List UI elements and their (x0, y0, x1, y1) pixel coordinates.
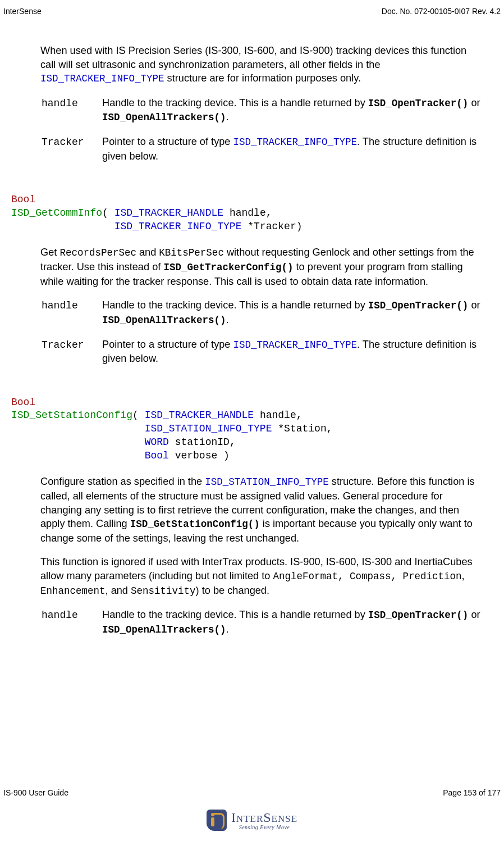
text: Handle to the tracking device. This is a… (102, 97, 368, 108)
page-body: When used with IS Precision Series (IS-3… (0, 16, 504, 637)
param-handle: handle Handle to the tracking device. Th… (42, 608, 480, 637)
code-token: ISD_TRACKER_INFO_TYPE (233, 137, 358, 148)
param-tracker: Tracker Pointer to a structure of type I… (42, 338, 480, 366)
type-token: ISD_TRACKER_HANDLE (114, 207, 223, 219)
param-tracker: Tracker Pointer to a structure of type I… (42, 135, 480, 163)
text: . (226, 111, 229, 122)
page: InterSense Doc. No. 072-00105-0I07 Rev. … (0, 0, 504, 841)
text: *Tracker) (241, 221, 302, 232)
header-left: InterSense (3, 7, 42, 16)
param-handle: handle Handle to the tracking device. Th… (42, 298, 480, 327)
code-token: ISD_STATION_INFO_TYPE (205, 476, 329, 488)
return-type: Bool (11, 397, 35, 408)
pad (11, 437, 145, 448)
code-token: ISD_TRACKER_INFO_TYPE (40, 73, 164, 84)
func-signature-getcomminfo: Bool ISD_GetCommInfo( ISD_TRACKER_HANDLE… (11, 193, 480, 233)
text: Handle to the tracking device. This is a… (102, 609, 368, 620)
code-token: ISD_GetTrackerConfig() (163, 262, 293, 273)
param-desc: Handle to the tracking device. This is a… (102, 608, 480, 637)
return-type: Bool (11, 194, 35, 205)
param-name: handle (42, 96, 102, 125)
footer-right: Page 153 of 177 (443, 788, 501, 797)
param-desc: Pointer to a structure of type ISD_TRACK… (102, 338, 480, 366)
code-token: KBitsPerSec (159, 247, 224, 258)
text: . (226, 314, 229, 325)
type-token: ISD_TRACKER_INFO_TYPE (114, 221, 242, 232)
logo-name: InterSense (231, 811, 297, 824)
logo-icon (207, 810, 227, 831)
type-token: ISD_TRACKER_HANDLE (145, 410, 254, 421)
text: and (136, 247, 159, 258)
text: or (468, 299, 480, 311)
code-token: Enhancement (40, 585, 106, 597)
param-name: handle (42, 608, 102, 637)
text: ( (132, 410, 145, 421)
header-right: Doc. No. 072-00105-0I07 Rev. 4.2 (382, 7, 501, 16)
param-desc: Handle to the tracking device. This is a… (102, 96, 480, 125)
text: ) to be changed. (196, 585, 269, 596)
text: *Station, (272, 423, 332, 434)
text: Pointer to a structure of type (102, 339, 233, 350)
text: or (468, 97, 480, 108)
code-token: AngleFormat, Compass, Prediction (273, 571, 461, 582)
type-token: ISD_STATION_INFO_TYPE (145, 423, 272, 434)
param-name: Tracker (42, 338, 102, 366)
text: Handle to the tracking device. This is a… (102, 299, 368, 311)
type-token: WORD (145, 437, 169, 448)
section-2: Get RecordsPerSec and KBitsPerSec withou… (40, 246, 480, 365)
func-name: ISD_SetStationConfig (11, 410, 132, 421)
text: verbose ) (169, 450, 230, 461)
text: Get (40, 247, 59, 258)
text: ( (102, 207, 114, 219)
code-token: RecordsPerSec (59, 247, 136, 258)
text: Configure station as specified in the (40, 476, 205, 487)
text: , (462, 570, 465, 581)
pad (11, 450, 145, 461)
text: handle, (223, 207, 272, 219)
code-token: ISD_OpenAllTrackers() (102, 112, 226, 123)
text: handle, (254, 410, 302, 421)
param-name: Tracker (42, 135, 102, 163)
func-name: ISD_GetCommInfo (11, 207, 102, 219)
s1-text-a: When used with IS Precision Series (IS-3… (40, 45, 466, 70)
footer-left: IS-900 User Guide (3, 788, 68, 797)
paragraph: This function is ignored if used with In… (40, 555, 480, 598)
code-token: ISD_OpenTracker() (368, 610, 469, 621)
code-token: ISD_OpenTracker() (368, 300, 469, 311)
code-token: ISD_OpenAllTrackers() (102, 315, 226, 326)
pad (11, 221, 114, 232)
code-token: ISD_OpenAllTrackers() (102, 624, 226, 635)
section-3: Configure station as specified in the IS… (40, 475, 480, 637)
text: , and (106, 585, 131, 596)
param-name: handle (42, 298, 102, 327)
s1-text-b: structure are for information purposes o… (164, 72, 361, 84)
code-token: Sensitivity (131, 585, 196, 597)
param-desc: Handle to the tracking device. This is a… (102, 298, 480, 327)
type-token: Bool (145, 450, 169, 461)
logo-tagline: Sensing Every Move (231, 825, 297, 830)
param-handle: handle Handle to the tracking device. Th… (42, 96, 480, 125)
text: . (226, 624, 229, 635)
section-1: When used with IS Precision Series (IS-3… (40, 44, 480, 163)
text: Pointer to a structure of type (102, 136, 233, 147)
logo-text: InterSense Sensing Every Move (231, 811, 297, 830)
page-header: InterSense Doc. No. 072-00105-0I07 Rev. … (0, 0, 504, 16)
code-token: ISD_OpenTracker() (368, 98, 469, 109)
text: stationID, (169, 437, 236, 448)
func-signature-setstationconfig: Bool ISD_SetStationConfig( ISD_TRACKER_H… (11, 396, 480, 463)
code-token: ISD_TRACKER_INFO_TYPE (233, 339, 358, 351)
param-desc: Pointer to a structure of type ISD_TRACK… (102, 135, 480, 163)
page-footer: IS-900 User Guide Page 153 of 177 (0, 788, 504, 797)
code-token: ISD_GetStationConfig() (130, 519, 260, 530)
logo: InterSense Sensing Every Move (0, 810, 504, 831)
pad (11, 423, 145, 434)
text: or (468, 609, 480, 620)
